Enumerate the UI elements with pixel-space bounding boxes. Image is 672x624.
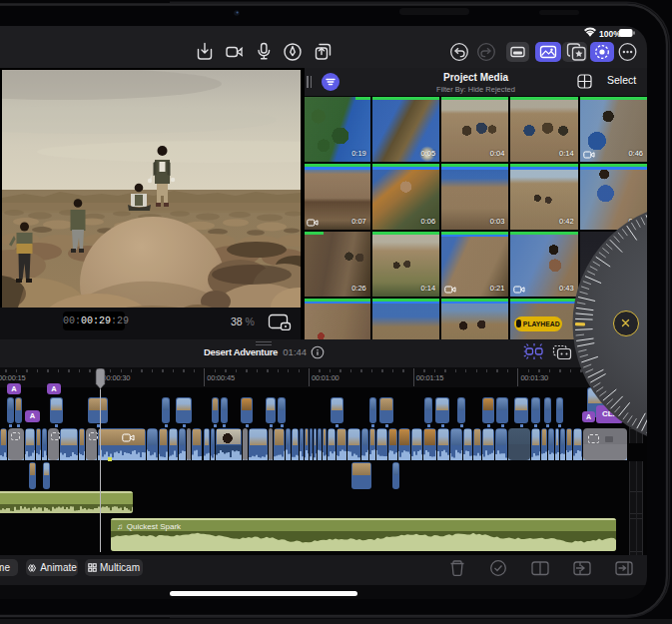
- svg-text:100%: 100%: [599, 29, 621, 39]
